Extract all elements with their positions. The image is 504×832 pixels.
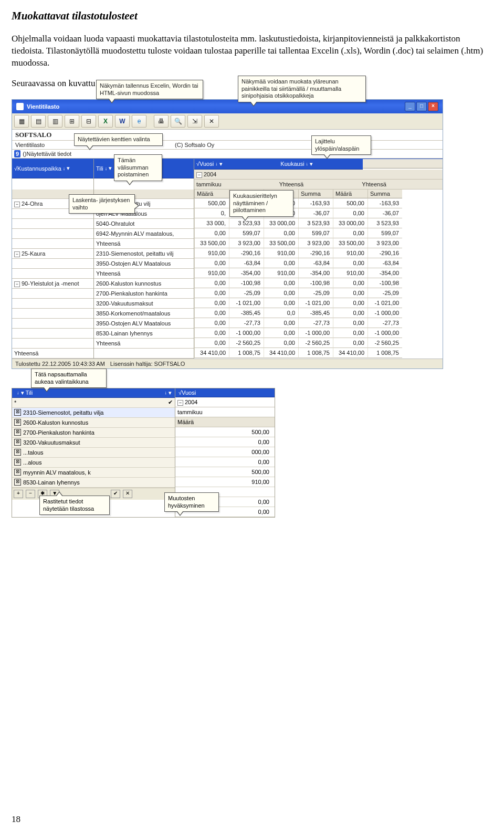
- tbtn-2[interactable]: ▤: [31, 115, 46, 128]
- year-2[interactable]: 2004: [185, 399, 197, 405]
- tbtn-1[interactable]: ▦: [14, 115, 29, 128]
- displayed-fields-bar[interactable]: 9() Näytettävät tiedot: [12, 150, 443, 159]
- hd-maara-3: Määrä: [333, 189, 368, 198]
- ok-button[interactable]: ✔: [111, 490, 120, 498]
- maximize-button[interactable]: □: [416, 102, 427, 111]
- status-license: Lisenssin haltija: SOFTSALO: [110, 361, 185, 367]
- para-1: Ohjelmalla voidaan luoda vapaasti muokat…: [12, 33, 492, 69]
- callout-apply-changes: Muutosten hyväksyminen: [164, 492, 219, 512]
- status-printed: Tulostettu 22.12.2005 10:43:33 AM: [15, 361, 105, 367]
- group-row[interactable]: −90-Yleistulot ja -menot: [12, 279, 93, 289]
- col-hdr-vuosi[interactable]: √ Vuosi↓▾: [194, 159, 278, 170]
- month-2: tammikuu: [175, 407, 275, 417]
- callout-calc-order: Laskenta- järjestyksen vaihto: [69, 194, 135, 214]
- account-row: 2700-Pienkaluston hankinta: [94, 289, 194, 299]
- displayed-fields-label: Näytettävät tiedot: [26, 151, 71, 157]
- preview-icon[interactable]: 🔍: [171, 115, 185, 128]
- col-hdr-tili-2[interactable]: ↓▾ Tili↓▾: [12, 388, 175, 398]
- remove-button[interactable]: −: [26, 490, 35, 498]
- account-row: Yhteensä: [94, 339, 194, 349]
- window-titlebar: Vientitilasto _ □ ×: [12, 100, 443, 113]
- tbtn-4[interactable]: ⊞: [65, 115, 79, 128]
- hd-summa-3: Summa: [368, 189, 402, 198]
- col-hdr-kuukausi[interactable]: Kuukausi↓▾: [278, 159, 362, 170]
- screenshot-detail: Tätä napsauttamalla aukeaa valintaikkuna…: [12, 388, 275, 518]
- hd-maara-d: Määrä: [175, 417, 275, 427]
- value-cell: 910,00: [175, 477, 275, 487]
- tbtn-3[interactable]: ▥: [48, 115, 62, 128]
- app-icon: [16, 103, 24, 110]
- screenshot-main: Näkymän tallennus Excelin, Wordin tai HT…: [12, 99, 443, 369]
- copyright-label: (C) Softsalo Oy: [175, 142, 214, 148]
- status-bar: Tulostettu 22.12.2005 10:43:33 AM Lisens…: [12, 359, 443, 368]
- ie-icon[interactable]: e: [132, 115, 146, 128]
- callout-sort: Lajittelu ylöspäin/alaspäin: [311, 135, 371, 155]
- close-doc-icon[interactable]: ✕: [204, 115, 219, 128]
- list-item[interactable]: ⊠2700-Pienkaluston hankinta: [12, 428, 175, 438]
- close-button[interactable]: ×: [428, 102, 438, 111]
- word-icon[interactable]: W: [115, 115, 130, 128]
- hd-summa-2: Summa: [298, 189, 333, 198]
- list-item[interactable]: ⊠8530-Lainan lyhennys: [12, 478, 175, 488]
- col-hdr-vuosi-2[interactable]: √ Vuosi: [175, 388, 275, 397]
- list-item[interactable]: ⊠3200-Vakuutusmaksut: [12, 438, 175, 448]
- page-heading: Muokattavat tilastotulosteet: [12, 9, 492, 23]
- month-label: tammikuu: [194, 180, 277, 189]
- print-icon[interactable]: 🖶: [154, 115, 169, 128]
- account-row: 2600-Kaluston kunnostus: [94, 279, 194, 289]
- list-item[interactable]: ⊠2600-Kaluston kunnostus: [12, 418, 175, 428]
- value-cell: 0,00: [175, 457, 275, 467]
- add-button[interactable]: +: [14, 490, 23, 498]
- tbtn-11[interactable]: ⇲: [187, 115, 202, 128]
- callout-checked-shown: Rastitetut tiedot näytetään tilastossa: [39, 496, 110, 515]
- value-cell: 0,00: [175, 437, 275, 447]
- account-row: Yhteensä: [94, 239, 194, 249]
- value-cell: 000,00: [175, 447, 275, 457]
- excel-icon[interactable]: X: [98, 115, 113, 128]
- callout-fields: Näytettävien kenttien valinta: [74, 133, 163, 146]
- grand-total-label: Yhteensä: [12, 349, 93, 359]
- account-row: 8530-Lainan lyhennys: [94, 329, 194, 339]
- report-subtitle: Vientitilasto: [15, 142, 45, 148]
- value-cell: 500,00: [175, 467, 275, 477]
- window-title-text: Vientitilasto: [27, 103, 59, 110]
- minimize-button[interactable]: _: [405, 102, 415, 111]
- hd-maara-1: Määrä: [194, 189, 229, 198]
- col-hdr-kustannuspaikka[interactable]: √ Kustannuspaikka↓▾: [12, 159, 93, 178]
- filter-star-row[interactable]: *✔: [12, 398, 175, 408]
- list-item[interactable]: ⊠2310-Siemenostot, peitattu vilja: [12, 408, 175, 418]
- list-item[interactable]: ⊠myynnin ALV maatalous, k: [12, 468, 175, 478]
- callout-layout: Näkymää voidaan muokata yläreunan painik…: [238, 76, 366, 102]
- account-row: 5040-Ohratulot: [94, 219, 194, 229]
- list-item[interactable]: ⊠...talous: [12, 448, 175, 458]
- account-row: 3950-Ostojen ALV Maatalous: [94, 319, 194, 329]
- year-label[interactable]: 2004: [204, 171, 216, 177]
- callout-open-dialog: Tätä napsauttamalla aukeaa valintaikkuna: [31, 368, 107, 388]
- account-row: 3850-Korkomenot/maatalous: [94, 309, 194, 319]
- list-item[interactable]: ⊠...alous: [12, 458, 175, 468]
- cancel-button[interactable]: ✕: [123, 490, 132, 498]
- account-row: 6942-Myynnin ALV maatalous,: [94, 229, 194, 239]
- account-row: 3950-Ostojen ALV Maatalous: [94, 259, 194, 269]
- group-row[interactable]: −25-Kaura: [12, 249, 93, 259]
- toolbar: ▦ ▤ ▥ ⊞ ⊟ X W e 🖶 🔍 ⇲ ✕: [12, 113, 443, 130]
- account-row: 3200-Vakuutusmaksut: [94, 299, 194, 309]
- callout-save-formats: Näkymän tallennus Excelin, Wordin tai HT…: [96, 80, 203, 100]
- month-total1: Yhteensä: [277, 180, 360, 189]
- account-row: 2310-Siemenostot, peitattu vilj: [94, 249, 194, 259]
- account-row: Yhteensä: [94, 269, 194, 279]
- value-cell: 500,00: [175, 427, 275, 437]
- month-total2: Yhteensä: [360, 180, 443, 189]
- callout-remove-subtotal: Tämän välisumman poistaminen: [114, 154, 162, 181]
- callout-month-toggle: Kuukausierittelyn näyttäminen / piilotta…: [229, 190, 293, 217]
- tbtn-5[interactable]: ⊟: [81, 115, 96, 128]
